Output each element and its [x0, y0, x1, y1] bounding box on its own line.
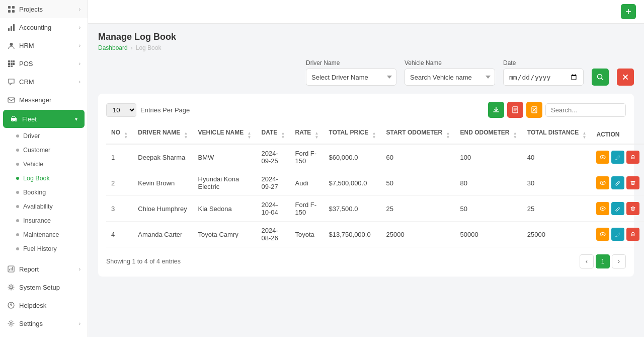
sidebar-item-label-fleet: Fleet — [22, 115, 37, 123]
edit-icon — [615, 180, 621, 186]
col-end-odometer: END ODOMETER ▲▼ — [455, 125, 522, 144]
delete-button[interactable] — [626, 202, 639, 215]
col-rate: RATE ▲▼ — [290, 125, 324, 144]
next-page-button[interactable]: › — [612, 254, 626, 268]
delete-button[interactable] — [626, 151, 639, 164]
table-search-input[interactable] — [545, 103, 626, 117]
view-button[interactable] — [596, 228, 609, 241]
col-driver-name: DRIVER NAME ▲▼ — [133, 125, 193, 144]
svg-rect-0 — [8, 6, 11, 9]
sidebar-item-crm[interactable]: CRM › — [0, 73, 88, 91]
table-footer: Showing 1 to 4 of 4 entries ‹ 1 › — [106, 254, 626, 268]
sub-item-label-insurance: Insurance — [23, 217, 51, 224]
table-row: 1 Deepak Sharma BMW 2024-09-25 Ford F-15… — [106, 144, 644, 170]
sub-item-label-booking: Booking — [23, 189, 46, 196]
dot-icon — [16, 205, 19, 208]
entries-per-page-select[interactable]: 10 25 50 100 — [106, 103, 136, 117]
cell-action — [591, 222, 644, 247]
sidebar-item-customer[interactable]: Customer — [0, 143, 88, 157]
sidebar-item-messenger[interactable]: Messenger — [0, 91, 88, 109]
report-icon — [7, 265, 15, 273]
driver-select[interactable]: Select Driver Name — [306, 69, 396, 86]
vehicle-select[interactable]: Search Vehicle name — [405, 69, 495, 86]
sidebar-item-fleet[interactable]: Fleet ▾ — [3, 110, 85, 128]
driver-filter-group: Driver Name Select Driver Name — [306, 59, 396, 86]
svg-point-19 — [15, 120, 16, 122]
search-button[interactable] — [592, 69, 609, 86]
col-start-odometer: START ODOMETER ▲▼ — [381, 125, 455, 144]
chevron-icon: › — [79, 266, 80, 272]
view-button[interactable] — [596, 202, 609, 215]
download-button[interactable] — [488, 102, 504, 118]
sidebar-item-fuel-history[interactable]: Fuel History — [0, 242, 88, 256]
pdf-button[interactable] — [507, 102, 523, 118]
settings-icon — [7, 319, 15, 327]
sidebar-item-maintenance[interactable]: Maintenance — [0, 228, 88, 242]
cell-driver-name: Chloe Humphrey — [133, 196, 193, 222]
breadcrumb-home[interactable]: Dashboard — [98, 44, 128, 51]
edit-button[interactable] — [611, 202, 624, 215]
chevron-icon: › — [79, 7, 80, 12]
edit-icon — [615, 231, 621, 237]
main-content: + Manage Log Book Dashboard › Log Book D… — [88, 0, 644, 337]
sidebar-item-projects[interactable]: Projects › — [0, 0, 88, 18]
clear-button[interactable] — [617, 69, 634, 86]
edit-button[interactable] — [611, 228, 624, 241]
svg-rect-8 — [8, 60, 10, 62]
svg-point-23 — [11, 307, 11, 307]
svg-rect-12 — [11, 63, 13, 65]
add-button[interactable]: + — [621, 4, 636, 19]
accounting-icon — [7, 23, 15, 31]
sidebar-item-report[interactable]: Report › — [0, 260, 88, 278]
trash-icon — [630, 154, 636, 160]
excel-icon — [531, 106, 538, 113]
edit-icon — [615, 206, 621, 212]
svg-point-31 — [602, 182, 604, 184]
delete-button[interactable] — [626, 228, 639, 241]
sidebar-item-label-report: Report — [19, 265, 39, 273]
sidebar-item-vehicle[interactable]: Vehicle — [0, 157, 88, 171]
edit-button[interactable] — [611, 151, 624, 164]
sidebar-item-accounting[interactable]: Accounting › — [0, 18, 88, 36]
cell-total-distance: 25000 — [522, 222, 592, 247]
date-input[interactable] — [503, 69, 584, 86]
sidebar-item-helpdesk[interactable]: Helpdesk — [0, 296, 88, 314]
cell-no: 4 — [106, 222, 133, 247]
chevron-icon: › — [79, 79, 80, 85]
table-row: 4 Amanda Carter Toyota Camry 2024-08-26 … — [106, 222, 644, 247]
svg-rect-4 — [8, 28, 10, 31]
svg-rect-13 — [13, 63, 15, 65]
sub-item-label-maintenance: Maintenance — [23, 231, 59, 238]
sidebar-item-label-crm: CRM — [19, 78, 34, 86]
eye-icon — [600, 206, 606, 212]
svg-rect-16 — [8, 98, 15, 102]
cell-vehicle-name: Kia Sedona — [193, 196, 257, 222]
svg-point-29 — [602, 157, 604, 158]
delete-button[interactable] — [626, 176, 639, 189]
date-filter-group: Date — [503, 59, 584, 86]
excel-button[interactable] — [526, 102, 542, 118]
edit-button[interactable] — [611, 176, 624, 189]
table-header: 10 25 50 100 Entries Per Page — [106, 102, 626, 118]
sidebar-item-logbook[interactable]: Log Book — [0, 171, 88, 185]
breadcrumb-current: Log Book — [136, 44, 162, 51]
sidebar-item-label-accounting: Accounting — [19, 24, 51, 31]
chevron-icon: › — [79, 25, 80, 30]
messenger-icon — [7, 96, 15, 104]
sidebar-item-system-setup[interactable]: System Setup — [0, 278, 88, 296]
sidebar-item-availability[interactable]: Availability — [0, 199, 88, 214]
view-button[interactable] — [596, 151, 609, 164]
dot-icon — [16, 163, 19, 166]
sidebar-item-driver[interactable]: Driver — [0, 129, 88, 143]
sidebar-item-settings[interactable]: Settings › — [0, 314, 88, 332]
page-1-button[interactable]: 1 — [596, 254, 610, 268]
cell-driver-name: Kevin Brown — [133, 170, 193, 196]
dot-icon — [16, 247, 19, 250]
view-button[interactable] — [596, 176, 609, 189]
prev-page-button[interactable]: ‹ — [580, 254, 594, 268]
sidebar-item-booking[interactable]: Booking — [0, 185, 88, 199]
sidebar-item-insurance[interactable]: Insurance — [0, 214, 88, 228]
cell-no: 3 — [106, 196, 133, 222]
sidebar-item-hrm[interactable]: HRM › — [0, 36, 88, 54]
sidebar-item-pos[interactable]: POS › — [0, 54, 88, 73]
